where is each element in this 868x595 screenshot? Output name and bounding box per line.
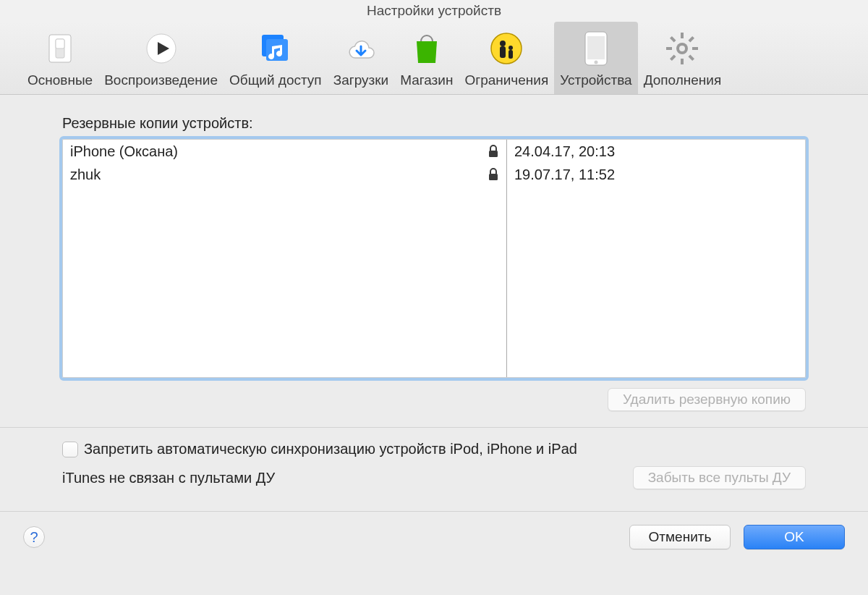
svg-rect-21 (670, 54, 676, 60)
tab-store[interactable]: Магазин (394, 22, 459, 94)
tab-label: Устройства (560, 72, 631, 88)
tab-restrictions[interactable]: Ограничения (459, 22, 554, 94)
backup-name: zhuk (70, 166, 488, 183)
backup-date: 24.04.17, 20:13 (507, 140, 805, 163)
tab-downloads[interactable]: Загрузки (328, 22, 394, 94)
lock-icon (488, 145, 499, 158)
svg-rect-9 (500, 46, 506, 58)
prevent-auto-sync-checkbox[interactable] (62, 442, 78, 457)
tab-label: Дополнения (644, 72, 722, 88)
backup-row[interactable]: iPhone (Оксана) (63, 140, 506, 163)
svg-rect-19 (692, 47, 698, 50)
svg-point-14 (594, 61, 597, 64)
phone-icon (576, 29, 616, 68)
svg-rect-26 (489, 174, 498, 180)
backups-section-label: Резервные копии устройств: (62, 115, 806, 132)
svg-point-10 (509, 46, 513, 50)
tab-general[interactable]: Основные (22, 22, 98, 94)
svg-rect-16 (681, 33, 684, 38)
tab-label: Основные (27, 72, 93, 88)
delete-backup-button[interactable]: Удалить резервную копию (608, 388, 806, 411)
backup-list[interactable]: iPhone (Оксана) zhuk 24.04.17, 20:13 19.… (62, 139, 806, 378)
tab-label: Воспроизведение (104, 72, 218, 88)
tab-devices[interactable]: Устройства (554, 22, 637, 94)
tab-playback[interactable]: Воспроизведение (98, 22, 224, 94)
help-button[interactable]: ? (23, 526, 45, 548)
tab-label: Загрузки (333, 72, 388, 88)
cloud-download-icon (341, 29, 380, 68)
backup-row[interactable]: zhuk (63, 163, 506, 186)
svg-rect-11 (509, 50, 513, 59)
shopping-bag-icon (407, 29, 446, 68)
prevent-auto-sync-label: Запретить автоматическую синхронизацию у… (84, 441, 577, 457)
svg-rect-22 (670, 36, 676, 42)
tab-label: Магазин (400, 72, 453, 88)
window-title: Настройки устройств (0, 0, 868, 22)
remotes-status-text: iTunes не связан с пультами ДУ (62, 470, 633, 486)
gear-icon (663, 29, 702, 68)
svg-rect-23 (689, 54, 694, 60)
svg-point-7 (491, 33, 522, 64)
svg-rect-13 (587, 36, 605, 59)
svg-rect-17 (681, 59, 684, 64)
backup-date: 19.07.17, 11:52 (507, 163, 805, 186)
backup-name: iPhone (Оксана) (70, 143, 488, 160)
switch-icon (41, 29, 80, 68)
tab-advanced[interactable]: Дополнения (638, 22, 728, 94)
lock-icon (488, 168, 499, 181)
ok-button[interactable]: OK (744, 525, 845, 549)
svg-rect-20 (689, 36, 694, 42)
svg-rect-2 (56, 39, 64, 48)
tab-label: Ограничения (464, 72, 548, 88)
svg-rect-25 (489, 151, 498, 157)
svg-point-24 (679, 46, 685, 51)
music-stack-icon (256, 29, 295, 68)
divider (0, 427, 868, 428)
tab-label: Общий доступ (229, 72, 322, 88)
cancel-button[interactable]: Отменить (629, 525, 731, 549)
parental-icon (487, 29, 526, 68)
preferences-toolbar: Основные Воспроизведение Общий доступ За… (0, 22, 868, 95)
play-icon (142, 29, 181, 68)
svg-rect-18 (666, 47, 672, 50)
svg-point-8 (500, 41, 506, 46)
tab-sharing[interactable]: Общий доступ (224, 22, 328, 94)
forget-remotes-button[interactable]: Забыть все пульты ДУ (633, 466, 806, 489)
